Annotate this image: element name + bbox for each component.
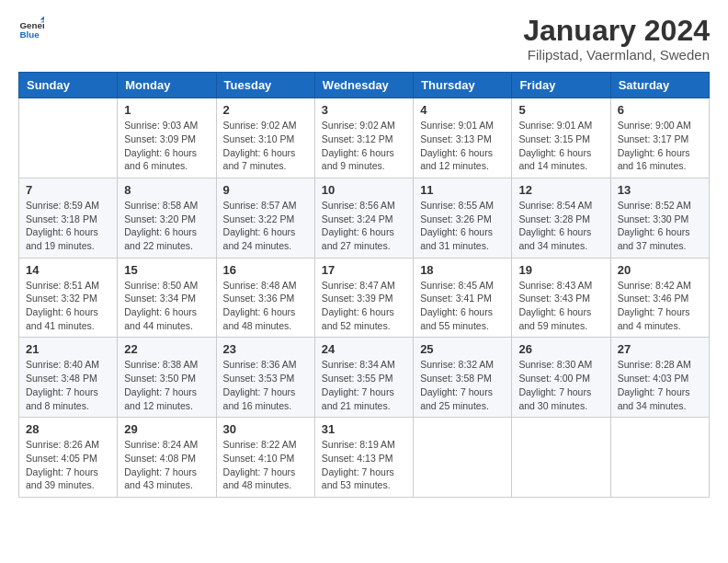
day-info: Sunrise: 8:52 AMSunset: 3:30 PMDaylight:… bbox=[618, 199, 702, 253]
table-row: 11Sunrise: 8:55 AMSunset: 3:26 PMDayligh… bbox=[414, 178, 512, 258]
day-number: 12 bbox=[518, 183, 603, 197]
day-info: Sunrise: 8:57 AMSunset: 3:22 PMDaylight:… bbox=[223, 199, 308, 253]
day-number: 11 bbox=[420, 183, 505, 197]
title-block: January 2024 Filipstad, Vaermland, Swede… bbox=[523, 15, 710, 63]
table-row bbox=[512, 418, 610, 498]
page-subtitle: Filipstad, Vaermland, Sweden bbox=[523, 47, 710, 63]
col-wednesday: Wednesday bbox=[314, 73, 413, 98]
table-row: 6Sunrise: 9:00 AMSunset: 3:17 PMDaylight… bbox=[610, 98, 709, 178]
day-info: Sunrise: 8:26 AMSunset: 4:05 PMDaylight:… bbox=[26, 438, 110, 492]
day-number: 1 bbox=[124, 103, 209, 117]
table-row: 10Sunrise: 8:56 AMSunset: 3:24 PMDayligh… bbox=[314, 178, 413, 258]
day-info: Sunrise: 8:24 AMSunset: 4:08 PMDaylight:… bbox=[124, 438, 209, 492]
day-number: 19 bbox=[518, 263, 603, 277]
day-info: Sunrise: 8:40 AMSunset: 3:48 PMDaylight:… bbox=[26, 358, 110, 412]
table-row: 1Sunrise: 9:03 AMSunset: 3:09 PMDaylight… bbox=[118, 98, 216, 178]
day-number: 7 bbox=[26, 183, 110, 197]
day-number: 15 bbox=[124, 263, 209, 277]
day-number: 3 bbox=[322, 103, 406, 117]
logo: General Blue bbox=[18, 15, 44, 40]
table-row: 27Sunrise: 8:28 AMSunset: 4:03 PMDayligh… bbox=[610, 338, 709, 418]
table-row: 18Sunrise: 8:45 AMSunset: 3:41 PMDayligh… bbox=[414, 258, 512, 338]
table-row: 25Sunrise: 8:32 AMSunset: 3:58 PMDayligh… bbox=[414, 338, 512, 418]
table-row: 13Sunrise: 8:52 AMSunset: 3:30 PMDayligh… bbox=[610, 178, 709, 258]
day-info: Sunrise: 8:45 AMSunset: 3:41 PMDaylight:… bbox=[420, 279, 505, 333]
day-number: 5 bbox=[518, 103, 603, 117]
table-row: 16Sunrise: 8:48 AMSunset: 3:36 PMDayligh… bbox=[216, 258, 314, 338]
table-row: 17Sunrise: 8:47 AMSunset: 3:39 PMDayligh… bbox=[314, 258, 413, 338]
table-row: 14Sunrise: 8:51 AMSunset: 3:32 PMDayligh… bbox=[19, 258, 118, 338]
table-row: 24Sunrise: 8:34 AMSunset: 3:55 PMDayligh… bbox=[314, 338, 413, 418]
day-number: 28 bbox=[26, 422, 110, 436]
day-number: 22 bbox=[124, 342, 209, 356]
day-info: Sunrise: 8:56 AMSunset: 3:24 PMDaylight:… bbox=[322, 199, 406, 253]
table-row: 15Sunrise: 8:50 AMSunset: 3:34 PMDayligh… bbox=[118, 258, 216, 338]
col-monday: Monday bbox=[118, 73, 216, 98]
day-info: Sunrise: 8:30 AMSunset: 4:00 PMDaylight:… bbox=[518, 358, 603, 412]
day-info: Sunrise: 8:22 AMSunset: 4:10 PMDaylight:… bbox=[223, 438, 308, 492]
day-info: Sunrise: 8:50 AMSunset: 3:34 PMDaylight:… bbox=[124, 279, 209, 333]
col-sunday: Sunday bbox=[19, 73, 118, 98]
day-number: 9 bbox=[223, 183, 308, 197]
table-row bbox=[610, 418, 709, 498]
day-number: 26 bbox=[518, 342, 603, 356]
day-number: 18 bbox=[420, 263, 505, 277]
col-friday: Friday bbox=[512, 73, 610, 98]
table-row: 4Sunrise: 9:01 AMSunset: 3:13 PMDaylight… bbox=[414, 98, 512, 178]
day-number: 24 bbox=[322, 342, 406, 356]
day-info: Sunrise: 8:47 AMSunset: 3:39 PMDaylight:… bbox=[322, 279, 406, 333]
table-row: 21Sunrise: 8:40 AMSunset: 3:48 PMDayligh… bbox=[19, 338, 118, 418]
day-number: 30 bbox=[223, 422, 308, 436]
calendar-header-row: Sunday Monday Tuesday Wednesday Thursday… bbox=[19, 73, 710, 98]
table-row: 28Sunrise: 8:26 AMSunset: 4:05 PMDayligh… bbox=[19, 418, 118, 498]
table-row: 19Sunrise: 8:43 AMSunset: 3:43 PMDayligh… bbox=[512, 258, 610, 338]
day-number: 8 bbox=[124, 183, 209, 197]
svg-marker-2 bbox=[40, 16, 44, 19]
table-row: 12Sunrise: 8:54 AMSunset: 3:28 PMDayligh… bbox=[512, 178, 610, 258]
day-info: Sunrise: 8:51 AMSunset: 3:32 PMDaylight:… bbox=[26, 279, 110, 333]
day-number: 16 bbox=[223, 263, 308, 277]
day-info: Sunrise: 8:42 AMSunset: 3:46 PMDaylight:… bbox=[618, 279, 702, 333]
day-number: 29 bbox=[124, 422, 209, 436]
day-info: Sunrise: 8:38 AMSunset: 3:50 PMDaylight:… bbox=[124, 358, 209, 412]
table-row: 22Sunrise: 8:38 AMSunset: 3:50 PMDayligh… bbox=[118, 338, 216, 418]
week-row-4: 21Sunrise: 8:40 AMSunset: 3:48 PMDayligh… bbox=[19, 338, 710, 418]
table-row: 7Sunrise: 8:59 AMSunset: 3:18 PMDaylight… bbox=[19, 178, 118, 258]
day-info: Sunrise: 8:58 AMSunset: 3:20 PMDaylight:… bbox=[124, 199, 209, 253]
col-thursday: Thursday bbox=[414, 73, 512, 98]
day-info: Sunrise: 8:43 AMSunset: 3:43 PMDaylight:… bbox=[518, 279, 603, 333]
day-info: Sunrise: 8:48 AMSunset: 3:36 PMDaylight:… bbox=[223, 279, 308, 333]
day-number: 27 bbox=[618, 342, 702, 356]
day-info: Sunrise: 8:34 AMSunset: 3:55 PMDaylight:… bbox=[322, 358, 406, 412]
day-info: Sunrise: 9:02 AMSunset: 3:10 PMDaylight:… bbox=[223, 119, 308, 173]
table-row: 26Sunrise: 8:30 AMSunset: 4:00 PMDayligh… bbox=[512, 338, 610, 418]
table-row: 9Sunrise: 8:57 AMSunset: 3:22 PMDaylight… bbox=[216, 178, 314, 258]
table-row bbox=[19, 98, 118, 178]
day-number: 13 bbox=[618, 183, 702, 197]
day-info: Sunrise: 8:55 AMSunset: 3:26 PMDaylight:… bbox=[420, 199, 505, 253]
week-row-2: 7Sunrise: 8:59 AMSunset: 3:18 PMDaylight… bbox=[19, 178, 710, 258]
day-info: Sunrise: 8:36 AMSunset: 3:53 PMDaylight:… bbox=[223, 358, 308, 412]
day-number: 25 bbox=[420, 342, 505, 356]
col-saturday: Saturday bbox=[610, 73, 709, 98]
day-number: 6 bbox=[618, 103, 702, 117]
table-row: 8Sunrise: 8:58 AMSunset: 3:20 PMDaylight… bbox=[118, 178, 216, 258]
table-row: 3Sunrise: 9:02 AMSunset: 3:12 PMDaylight… bbox=[314, 98, 413, 178]
table-row bbox=[414, 418, 512, 498]
week-row-5: 28Sunrise: 8:26 AMSunset: 4:05 PMDayligh… bbox=[19, 418, 710, 498]
day-number: 21 bbox=[26, 342, 110, 356]
day-number: 31 bbox=[322, 422, 406, 436]
day-number: 10 bbox=[322, 183, 406, 197]
day-info: Sunrise: 9:02 AMSunset: 3:12 PMDaylight:… bbox=[322, 119, 406, 173]
day-number: 23 bbox=[223, 342, 308, 356]
week-row-3: 14Sunrise: 8:51 AMSunset: 3:32 PMDayligh… bbox=[19, 258, 710, 338]
col-tuesday: Tuesday bbox=[216, 73, 314, 98]
calendar-table: Sunday Monday Tuesday Wednesday Thursday… bbox=[18, 72, 710, 498]
day-info: Sunrise: 9:01 AMSunset: 3:15 PMDaylight:… bbox=[518, 119, 603, 173]
day-number: 20 bbox=[618, 263, 702, 277]
logo-icon: General Blue bbox=[18, 15, 44, 40]
day-info: Sunrise: 8:32 AMSunset: 3:58 PMDaylight:… bbox=[420, 358, 505, 412]
table-row: 23Sunrise: 8:36 AMSunset: 3:53 PMDayligh… bbox=[216, 338, 314, 418]
table-row: 30Sunrise: 8:22 AMSunset: 4:10 PMDayligh… bbox=[216, 418, 314, 498]
page-title: January 2024 bbox=[523, 15, 710, 47]
